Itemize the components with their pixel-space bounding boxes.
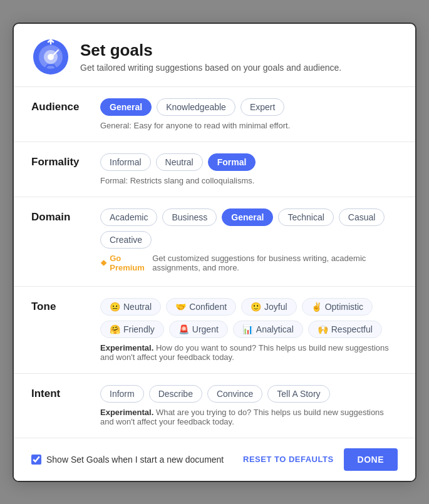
domain-btn-creative[interactable]: Creative [100, 231, 152, 249]
friendly-emoji: 🤗 [110, 324, 120, 334]
tone-btn-row2: 🤗 Friendly 🚨 Urgent 📊 Analytical 🙌 Respe… [100, 321, 398, 338]
domain-label: Domain [31, 208, 88, 224]
intent-btn-describe[interactable]: Describe [149, 385, 202, 403]
intent-section: Intent Inform Describe Convince Tell A S… [14, 374, 415, 438]
domain-btn-business[interactable]: Business [162, 208, 217, 226]
modal-title: Set goals [80, 41, 341, 60]
tone-btn-neutral[interactable]: 😐 Neutral [100, 298, 161, 316]
header-text-block: Set goals Get tailored writing suggestio… [80, 41, 341, 73]
formality-label: Formality [31, 153, 88, 168]
intent-content: Inform Describe Convince Tell A Story Ex… [100, 385, 398, 426]
show-goals-checkbox[interactable] [31, 455, 41, 465]
diamond-icon [100, 259, 107, 267]
optimistic-emoji: ✌️ [311, 302, 322, 312]
domain-btn-group: Academic Business General Technical Casu… [100, 208, 398, 249]
modal-header: Set goals Get tailored writing suggestio… [14, 24, 415, 87]
domain-btn-general[interactable]: General [222, 208, 273, 226]
formality-btn-formal[interactable]: Formal [208, 153, 256, 171]
formality-btn-informal[interactable]: Informal [100, 153, 151, 171]
tone-label: Tone [31, 298, 88, 313]
audience-label: Audience [31, 98, 88, 113]
audience-section: Audience General Knowledgeable Expert Ge… [14, 87, 415, 142]
formality-section: Formality Informal Neutral Formal Formal… [14, 142, 415, 197]
intent-experimental-text: Experimental. What are you trying to do?… [100, 408, 398, 426]
show-goals-label: Show Set Goals when I start a new docume… [46, 455, 224, 465]
domain-section: Domain Academic Business General Technic… [14, 197, 415, 287]
tone-btn-respectful[interactable]: 🙌 Respectful [308, 321, 382, 338]
formality-btn-neutral[interactable]: Neutral [156, 153, 203, 171]
urgent-emoji: 🚨 [178, 324, 189, 334]
svg-marker-11 [101, 260, 107, 266]
tone-experimental-text: Experimental. How do you want to sound? … [100, 343, 398, 362]
intent-btn-tell-a-story[interactable]: Tell A Story [267, 385, 329, 403]
domain-content: Academic Business General Technical Casu… [100, 208, 398, 275]
goals-logo-icon [31, 38, 70, 76]
formality-btn-group: Informal Neutral Formal [100, 153, 398, 171]
tone-btn-friendly[interactable]: 🤗 Friendly [100, 321, 164, 338]
show-goals-checkbox-row: Show Set Goals when I start a new docume… [31, 455, 224, 465]
modal-subtitle: Get tailored writing suggestions based o… [80, 63, 341, 73]
set-goals-modal: Set goals Get tailored writing suggestio… [13, 23, 416, 482]
domain-btn-technical[interactable]: Technical [278, 208, 333, 226]
modal-footer: Show Set Goals when I start a new docume… [14, 438, 415, 481]
audience-btn-group: General Knowledgeable Expert [100, 98, 398, 116]
intent-btn-convince[interactable]: Convince [207, 385, 262, 403]
premium-label[interactable]: Go Premium [100, 254, 148, 272]
intent-btn-inform[interactable]: Inform [100, 385, 144, 403]
done-button[interactable]: DONE [344, 448, 398, 471]
tone-btn-joyful[interactable]: 🙂 Joyful [241, 298, 297, 316]
premium-row: Go Premium Get customized suggestions fo… [100, 254, 398, 272]
intent-label: Intent [31, 385, 88, 400]
tone-btn-row1: 😐 Neutral 🤝 Confident 🙂 Joyful ✌️ Optimi… [100, 298, 398, 316]
tone-btn-optimistic[interactable]: ✌️ Optimistic [302, 298, 373, 316]
formality-content: Informal Neutral Formal Formal: Restrict… [100, 153, 398, 185]
audience-btn-general[interactable]: General [100, 98, 152, 116]
neutral-emoji: 😐 [110, 302, 120, 312]
tone-btn-analytical[interactable]: 📊 Analytical [233, 321, 303, 338]
formality-description: Formal: Restricts slang and colloquialis… [100, 176, 398, 185]
tone-content: 😐 Neutral 🤝 Confident 🙂 Joyful ✌️ Optimi… [100, 298, 398, 362]
tone-btn-urgent[interactable]: 🚨 Urgent [169, 321, 228, 338]
audience-description: General: Easy for anyone to read with mi… [100, 121, 398, 130]
joyful-emoji: 🙂 [251, 302, 261, 312]
intent-btn-group: Inform Describe Convince Tell A Story [100, 385, 398, 403]
premium-description: Get customized suggestions for business … [152, 254, 398, 272]
tone-btn-confident[interactable]: 🤝 Confident [166, 298, 236, 316]
tone-section: Tone 😐 Neutral 🤝 Confident 🙂 Joyful ✌️ O… [14, 287, 415, 374]
audience-content: General Knowledgeable Expert General: Ea… [100, 98, 398, 130]
analytical-emoji: 📊 [242, 324, 253, 334]
domain-btn-casual[interactable]: Casual [339, 208, 385, 226]
domain-btn-academic[interactable]: Academic [100, 208, 157, 226]
audience-btn-knowledgeable[interactable]: Knowledgeable [157, 98, 235, 116]
reset-defaults-button[interactable]: RESET TO DEFAULTS [243, 455, 334, 464]
footer-actions: RESET TO DEFAULTS DONE [243, 448, 398, 471]
confident-emoji: 🤝 [175, 302, 186, 312]
audience-btn-expert[interactable]: Expert [240, 98, 284, 116]
respectful-emoji: 🙌 [318, 324, 328, 334]
